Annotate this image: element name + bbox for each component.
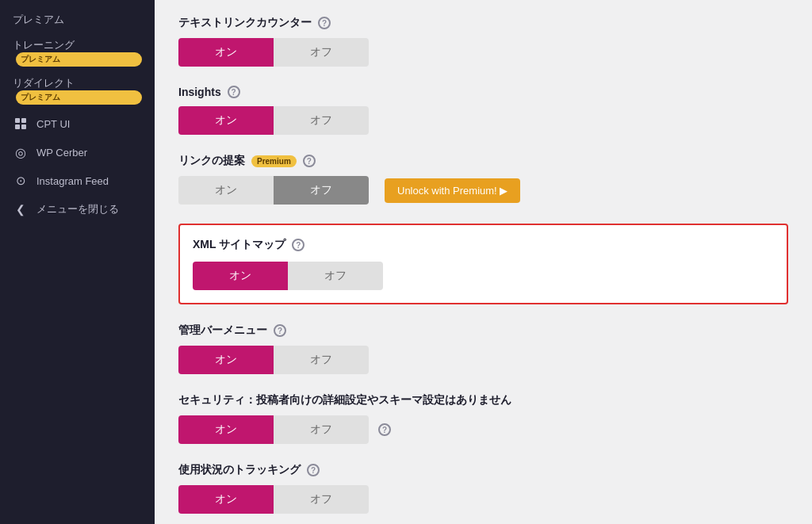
link-suggestion-block: リンクの提案 Premium ? オン オフ Unlock with Premi…: [178, 154, 788, 205]
admin-bar-menu-toggle: オン オフ: [178, 346, 369, 374]
security-toggle: オン オフ: [178, 415, 369, 444]
unlock-premium-btn[interactable]: Unlock with Premium! ▶: [385, 178, 520, 203]
premium-badge: Premium: [251, 155, 297, 167]
insights-title: Insights ?: [178, 86, 788, 98]
main-content: テキストリンクカウンター ? オン オフ Insights ? オン オフ リン…: [155, 0, 812, 524]
help-icon[interactable]: ?: [274, 324, 286, 337]
help-icon[interactable]: ?: [378, 423, 391, 436]
xml-sitemap-toggle: オン オフ: [193, 262, 383, 290]
admin-bar-menu-off-btn[interactable]: オフ: [274, 346, 369, 374]
sidebar-item-label: WP Cerber: [36, 147, 142, 159]
help-icon[interactable]: ?: [228, 86, 240, 98]
premium-badge: プレミアム: [16, 90, 142, 105]
sidebar: プレミアム トレーニング プレミアム リダイレクト プレミアム CPT UI ◎…: [0, 0, 155, 524]
help-icon[interactable]: ?: [292, 239, 304, 251]
text-link-counter-title: テキストリンクカウンター ?: [178, 16, 788, 30]
sidebar-item-training[interactable]: トレーニング プレミアム: [0, 33, 155, 71]
admin-bar-menu-block: 管理バーメニュー ? オン オフ: [178, 323, 788, 374]
sidebar-item-label: メニューを閉じる: [36, 202, 142, 216]
insights-off-btn[interactable]: オフ: [274, 106, 369, 135]
usage-tracking-on-btn[interactable]: オン: [178, 485, 274, 514]
sidebar-item-label: プレミアム: [13, 13, 142, 27]
premium-badge: プレミアム: [16, 52, 142, 67]
circle-icon: ◎: [13, 144, 29, 160]
insights-block: Insights ? オン オフ: [178, 86, 788, 135]
help-icon[interactable]: ?: [303, 155, 316, 167]
usage-tracking-toggle: オン オフ: [178, 485, 369, 514]
xml-sitemap-block: XML サイトマップ ? オン オフ: [178, 224, 788, 304]
insights-label: Insights: [178, 86, 221, 98]
sidebar-item-label: リダイレクト: [13, 76, 75, 90]
xml-sitemap-off-btn[interactable]: オフ: [288, 262, 383, 290]
link-suggestion-row: オン オフ Unlock with Premium! ▶: [178, 176, 788, 205]
sidebar-item-close-menu[interactable]: ❮ メニューを閉じる: [0, 195, 155, 224]
chevron-left-icon: ❮: [13, 201, 29, 217]
help-icon[interactable]: ?: [318, 17, 331, 29]
sidebar-item-redirect[interactable]: リダイレクト プレミアム: [0, 71, 155, 109]
text-link-counter-on-btn[interactable]: オン: [178, 38, 274, 67]
link-suggestion-title: リンクの提案 Premium ?: [178, 154, 788, 168]
link-suggestion-toggle: オン オフ: [178, 176, 369, 205]
camera-icon: ⊙: [13, 173, 29, 189]
insights-toggle: オン オフ: [178, 106, 369, 135]
text-link-counter-toggle: オン オフ: [178, 38, 369, 67]
xml-sitemap-label: XML サイトマップ: [193, 238, 285, 252]
admin-bar-menu-label: 管理バーメニュー: [178, 323, 267, 338]
usage-tracking-label: 使用状況のトラッキング: [178, 463, 301, 477]
sidebar-item-instagram-feed[interactable]: ⊙ Instagram Feed: [0, 166, 155, 195]
security-block: セキュリティ：投稿者向けの詳細設定やスキーマ設定はありません オン オフ ?: [178, 393, 788, 444]
sidebar-item-cpt-ui[interactable]: CPT UI: [0, 109, 155, 138]
usage-tracking-title: 使用状況のトラッキング ?: [178, 463, 788, 477]
xml-sitemap-title: XML サイトマップ ?: [193, 238, 774, 252]
usage-tracking-off-btn[interactable]: オフ: [274, 485, 369, 514]
usage-tracking-block: 使用状況のトラッキング ? オン オフ: [178, 463, 788, 514]
sidebar-item-premium[interactable]: プレミアム: [0, 6, 155, 33]
insights-on-btn[interactable]: オン: [178, 106, 274, 135]
sidebar-item-wp-cerber[interactable]: ◎ WP Cerber: [0, 138, 155, 166]
help-icon[interactable]: ?: [307, 464, 320, 476]
grid-icon: [13, 116, 29, 132]
security-off-btn[interactable]: オフ: [274, 415, 369, 444]
security-on-btn[interactable]: オン: [178, 415, 274, 444]
admin-bar-menu-title: 管理バーメニュー ?: [178, 323, 788, 338]
admin-bar-menu-on-btn[interactable]: オン: [178, 346, 274, 374]
sidebar-item-label: Instagram Feed: [36, 175, 142, 187]
link-suggestion-off-btn[interactable]: オフ: [274, 176, 369, 205]
security-title: セキュリティ：投稿者向けの詳細設定やスキーマ設定はありません: [178, 393, 788, 407]
sidebar-item-label: トレーニング: [13, 38, 75, 52]
text-link-counter-block: テキストリンクカウンター ? オン オフ: [178, 16, 788, 67]
link-suggestion-label: リンクの提案: [178, 154, 245, 168]
text-link-counter-label: テキストリンクカウンター: [178, 16, 312, 30]
security-row: オン オフ ?: [178, 415, 788, 444]
xml-sitemap-on-btn[interactable]: オン: [193, 262, 288, 290]
sidebar-item-label: CPT UI: [36, 118, 142, 130]
link-suggestion-on-btn[interactable]: オン: [178, 176, 274, 205]
text-link-counter-off-btn[interactable]: オフ: [274, 38, 369, 67]
